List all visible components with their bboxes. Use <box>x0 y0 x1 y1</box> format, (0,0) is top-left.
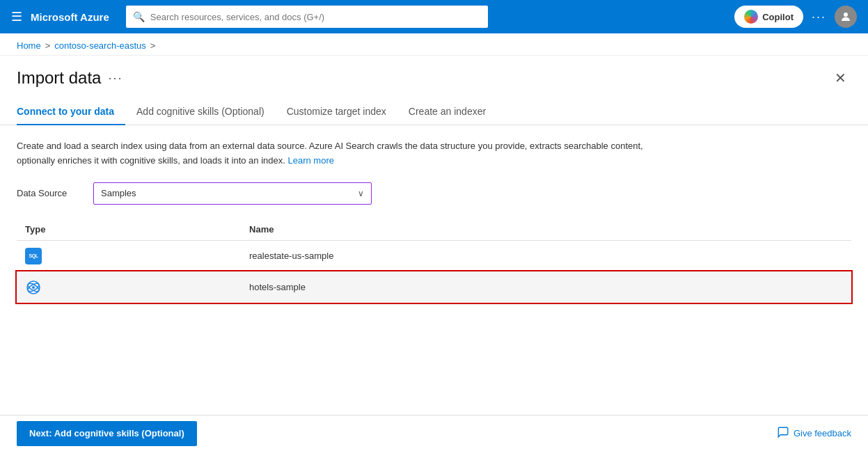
type-cell: SQL <box>17 240 241 271</box>
sql-icon: SQL <box>25 248 42 264</box>
search-input[interactable] <box>150 12 481 22</box>
data-table: Type Name SQL realestate-us-sample <box>17 219 851 303</box>
content-area: Create and load a search index using dat… <box>0 125 868 317</box>
global-search-bar[interactable]: 🔍 <box>126 6 488 28</box>
tabs-container: Connect to your data Add cognitive skill… <box>0 89 868 125</box>
feedback-icon <box>777 426 789 427</box>
page-title: Import data <box>17 68 101 88</box>
dropdown-arrow-icon: ∨ <box>358 189 364 198</box>
col-name-header: Name <box>241 219 851 241</box>
data-source-dropdown[interactable]: Samples ∨ <box>93 182 372 205</box>
data-source-label: Data Source <box>17 188 79 198</box>
close-button[interactable]: ✕ <box>829 67 851 89</box>
hamburger-menu[interactable]: ☰ <box>11 9 22 24</box>
description-text: Create and load a search index using dat… <box>17 139 643 168</box>
learn-more-link[interactable]: Learn more <box>288 155 334 166</box>
breadcrumb: Home > contoso-search-eastus > <box>0 33 868 56</box>
data-source-value: Samples <box>101 188 136 198</box>
cosmos-icon <box>25 279 42 296</box>
type-cell <box>17 271 241 303</box>
name-cell: hotels-sample <box>241 271 851 303</box>
tab-customize-index[interactable]: Customize target index <box>276 100 397 125</box>
avatar[interactable] <box>835 6 857 28</box>
svg-point-0 <box>844 13 848 17</box>
tab-connect-data[interactable]: Connect to your data <box>17 100 125 125</box>
feedback-link[interactable]: Give feedback <box>777 426 851 427</box>
page-header: Import data ··· ✕ <box>0 56 868 89</box>
top-navigation: ☰ Microsoft Azure 🔍 Copilot ··· <box>0 0 868 33</box>
table-row[interactable]: hotels-sample <box>17 271 851 303</box>
search-icon: 🔍 <box>133 11 145 22</box>
tab-cognitive-skills[interactable]: Add cognitive skills (Optional) <box>125 100 276 125</box>
nav-right-controls: Copilot ··· <box>734 6 857 28</box>
breadcrumb-home[interactable]: Home <box>17 40 41 51</box>
copilot-label: Copilot <box>762 12 794 22</box>
svg-point-4 <box>32 286 35 289</box>
next-button[interactable]: Next: Add cognitive skills (Optional) <box>17 421 197 427</box>
form-row: Data Source Samples ∨ <box>17 182 851 205</box>
breadcrumb-sep1: > <box>45 40 51 51</box>
breadcrumb-resource[interactable]: contoso-search-eastus <box>54 40 146 51</box>
breadcrumb-sep2: > <box>150 40 156 51</box>
col-type-header: Type <box>17 219 241 241</box>
nav-more-options[interactable]: ··· <box>812 10 826 24</box>
page-title-row: Import data ··· <box>17 68 123 88</box>
name-cell: realestate-us-sample <box>241 240 851 271</box>
tab-create-indexer[interactable]: Create an indexer <box>397 100 497 125</box>
main-container: Home > contoso-search-eastus > Import da… <box>0 33 868 426</box>
page-more-options[interactable]: ··· <box>108 71 123 86</box>
table-row[interactable]: SQL realestate-us-sample <box>17 240 851 271</box>
copilot-icon <box>744 10 758 24</box>
footer: Next: Add cognitive skills (Optional) Gi… <box>0 415 868 426</box>
copilot-button[interactable]: Copilot <box>734 6 803 28</box>
table-header-row: Type Name <box>17 219 851 241</box>
azure-logo-title: Microsoft Azure <box>31 11 109 23</box>
